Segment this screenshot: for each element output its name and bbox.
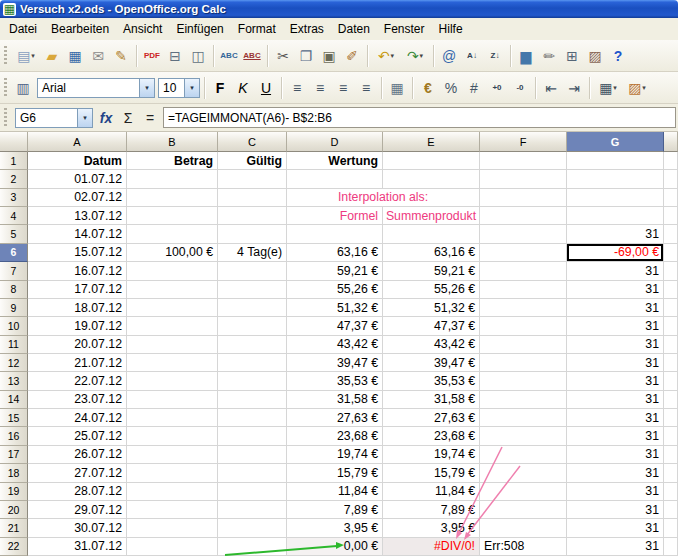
cell-C8[interactable]	[218, 281, 287, 299]
cell-F14[interactable]	[480, 391, 567, 409]
column-header-E[interactable]: E	[383, 132, 480, 152]
cell-D21[interactable]: 3,95 €	[287, 519, 383, 537]
cell-F16[interactable]	[480, 427, 567, 445]
undo-button[interactable]: ↶▾	[372, 44, 400, 68]
function-button[interactable]: =	[139, 106, 161, 130]
row-header-14[interactable]: 14	[0, 391, 28, 409]
cell-E14[interactable]: 31,58 €	[383, 391, 480, 409]
cell-G13[interactable]: 31	[567, 372, 664, 390]
row-header-3[interactable]: 3	[0, 189, 28, 207]
menu-daten[interactable]: Daten	[331, 20, 377, 38]
cell-partial-19[interactable]	[664, 483, 678, 501]
cell-B22[interactable]	[127, 538, 218, 556]
cell-D15[interactable]: 27,63 €	[287, 409, 383, 427]
cut-button[interactable]: ✂	[272, 44, 294, 68]
cell-E9[interactable]: 51,32 €	[383, 299, 480, 317]
row-header-4[interactable]: 4	[0, 207, 28, 225]
cell-C2[interactable]	[218, 170, 287, 188]
cell-partial-18[interactable]	[664, 464, 678, 482]
cell-C14[interactable]	[218, 391, 287, 409]
cell-F1[interactable]	[480, 152, 567, 170]
cell-C20[interactable]	[218, 501, 287, 519]
cell-partial-20[interactable]	[664, 501, 678, 519]
select-all-corner[interactable]	[0, 132, 28, 152]
cell-E19[interactable]: 11,84 €	[383, 483, 480, 501]
cell-E4[interactable]: Summenprodukt	[383, 207, 480, 225]
cell-D16[interactable]: 23,68 €	[287, 427, 383, 445]
cell-B20[interactable]	[127, 501, 218, 519]
cell-partial-16[interactable]	[664, 427, 678, 445]
cell-C10[interactable]	[218, 317, 287, 335]
cell-partial-7[interactable]	[664, 262, 678, 280]
cell-E18[interactable]: 15,79 €	[383, 464, 480, 482]
percent-format-button[interactable]: %	[440, 76, 462, 100]
cell-partial-21[interactable]	[664, 519, 678, 537]
cell-E1[interactable]	[383, 152, 480, 170]
cell-D14[interactable]: 31,58 €	[287, 391, 383, 409]
cell-F12[interactable]	[480, 354, 567, 372]
cell-C16[interactable]	[218, 427, 287, 445]
cell-C4[interactable]	[218, 207, 287, 225]
page-preview-button[interactable]: ◫	[187, 44, 209, 68]
cell-F21[interactable]	[480, 519, 567, 537]
cell-B9[interactable]	[127, 299, 218, 317]
cell-partial-6[interactable]	[664, 244, 678, 262]
bold-button[interactable]: F	[209, 76, 231, 100]
navigator-button[interactable]: ⊞	[561, 44, 583, 68]
cell-F6[interactable]	[480, 244, 567, 262]
cell-partial-4[interactable]	[664, 207, 678, 225]
help-button[interactable]: ?	[607, 44, 629, 68]
cell-C3[interactable]	[218, 189, 287, 207]
cell-C5[interactable]	[218, 225, 287, 243]
cell-B2[interactable]	[127, 170, 218, 188]
column-header-F[interactable]: F	[480, 132, 567, 152]
new-document-button[interactable]: ▤▾	[12, 44, 40, 68]
show-draw-functions-button[interactable]: ✏	[538, 44, 560, 68]
gallery-button[interactable]: ▨	[584, 44, 606, 68]
hyperlink-button[interactable]: @	[438, 44, 460, 68]
font-name-dropdown-icon[interactable]: ▾	[139, 79, 154, 97]
row-header-17[interactable]: 17	[0, 446, 28, 464]
copy-button[interactable]: ❐	[295, 44, 317, 68]
cell-G22[interactable]: 31	[567, 538, 664, 556]
cell-A19[interactable]: 28.07.12	[28, 483, 127, 501]
cell-A20[interactable]: 29.07.12	[28, 501, 127, 519]
align-center-button[interactable]: ≡	[309, 76, 331, 100]
background-color-button[interactable]: ▨▾	[623, 76, 651, 100]
cell-D8[interactable]: 55,26 €	[287, 281, 383, 299]
cell-partial-13[interactable]	[664, 372, 678, 390]
cell-B4[interactable]	[127, 207, 218, 225]
toolbar-grip[interactable]	[4, 108, 7, 128]
row-header-13[interactable]: 13	[0, 372, 28, 390]
menu-einfuegen[interactable]: Einfügen	[169, 20, 230, 38]
cell-C15[interactable]	[218, 409, 287, 427]
cell-E12[interactable]: 39,47 €	[383, 354, 480, 372]
export-pdf-button[interactable]: PDF	[141, 44, 163, 68]
edit-file-button[interactable]: ✎	[110, 44, 132, 68]
row-header-15[interactable]: 15	[0, 409, 28, 427]
row-header-11[interactable]: 11	[0, 336, 28, 354]
cell-G10[interactable]: 31	[567, 317, 664, 335]
increase-indent-button[interactable]: ⇥	[563, 76, 585, 100]
sort-ascending-button[interactable]: A↓	[461, 44, 483, 68]
cell-D18[interactable]: 15,79 €	[287, 464, 383, 482]
cell-partial-2[interactable]	[664, 170, 678, 188]
auto-spellcheck-button[interactable]: ABC	[241, 44, 263, 68]
row-header-10[interactable]: 10	[0, 317, 28, 335]
cell-F20[interactable]	[480, 501, 567, 519]
cell-G19[interactable]: 31	[567, 483, 664, 501]
spellcheck-button[interactable]: ABC	[218, 44, 240, 68]
cell-A7[interactable]: 16.07.12	[28, 262, 127, 280]
cell-partial-9[interactable]	[664, 299, 678, 317]
cell-C1[interactable]: Gültig	[218, 152, 287, 170]
italic-button[interactable]: K	[232, 76, 254, 100]
cell-D9[interactable]: 51,32 €	[287, 299, 383, 317]
cell-E17[interactable]: 19,74 €	[383, 446, 480, 464]
cell-B14[interactable]	[127, 391, 218, 409]
menu-bearbeiten[interactable]: Bearbeiten	[44, 20, 116, 38]
cell-D3[interactable]: Interpolation als:	[287, 189, 480, 207]
merge-cells-button[interactable]: ▦	[386, 76, 408, 100]
column-header-C[interactable]: C	[218, 132, 287, 152]
cell-A1[interactable]: Datum	[28, 152, 127, 170]
borders-button[interactable]: ▦▾	[594, 76, 622, 100]
